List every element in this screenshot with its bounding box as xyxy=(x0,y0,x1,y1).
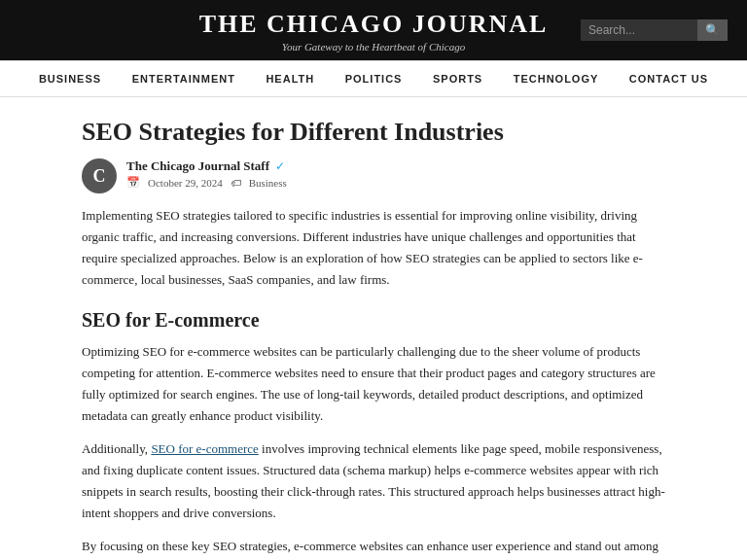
ecommerce-para-2: Additionally, SEO for e-commerce involve… xyxy=(82,438,665,524)
nav-health[interactable]: HEALTH xyxy=(266,73,314,85)
ecommerce-para-3: By focusing on these key SEO strategies,… xyxy=(82,536,665,560)
nav-business[interactable]: BUSINESS xyxy=(39,73,101,85)
search-bar: 🔍 xyxy=(581,19,728,41)
article-date: October 29, 2024 xyxy=(148,177,223,189)
author-avatar: C xyxy=(82,158,117,193)
nav-contact[interactable]: CONTACT US xyxy=(629,73,708,85)
search-input[interactable] xyxy=(581,19,697,41)
article-title: SEO Strategies for Different Industries xyxy=(82,117,665,147)
ecommerce-para-1: Optimizing SEO for e-commerce websites c… xyxy=(82,341,665,427)
author-block: C The Chicago Journal Staff ✓ 📅 October … xyxy=(82,158,665,193)
author-name: The Chicago Journal Staff xyxy=(126,158,269,173)
nav-politics[interactable]: POLITICS xyxy=(345,73,403,85)
search-button[interactable]: 🔍 xyxy=(697,19,728,41)
site-subtitle: Your Gateway to the Heartbeat of Chicago xyxy=(19,41,728,52)
nav-entertainment[interactable]: ENTERTAINMENT xyxy=(132,73,235,85)
main-content: SEO Strategies for Different Industries … xyxy=(62,97,685,560)
verified-badge: ✓ xyxy=(275,159,285,173)
section-title-ecommerce: SEO for E-commerce xyxy=(82,309,665,332)
author-meta: 📅 October 29, 2024 🏷 Business xyxy=(126,176,287,189)
ecommerce-link[interactable]: SEO for e-commerce xyxy=(151,441,258,456)
nav-sports[interactable]: SPORTS xyxy=(433,73,482,85)
article-intro: Implementing SEO strategies tailored to … xyxy=(82,205,665,291)
main-nav: BUSINESS ENTERTAINMENT HEALTH POLITICS S… xyxy=(0,60,747,97)
site-header: THE CHICAGO JOURNAL Your Gateway to the … xyxy=(0,0,747,60)
calendar-icon: 📅 xyxy=(126,176,140,189)
nav-technology[interactable]: TECHNOLOGY xyxy=(514,73,599,85)
author-info: The Chicago Journal Staff ✓ 📅 October 29… xyxy=(126,158,287,189)
tag-icon: 🏷 xyxy=(231,177,241,189)
article-category: Business xyxy=(249,177,287,189)
